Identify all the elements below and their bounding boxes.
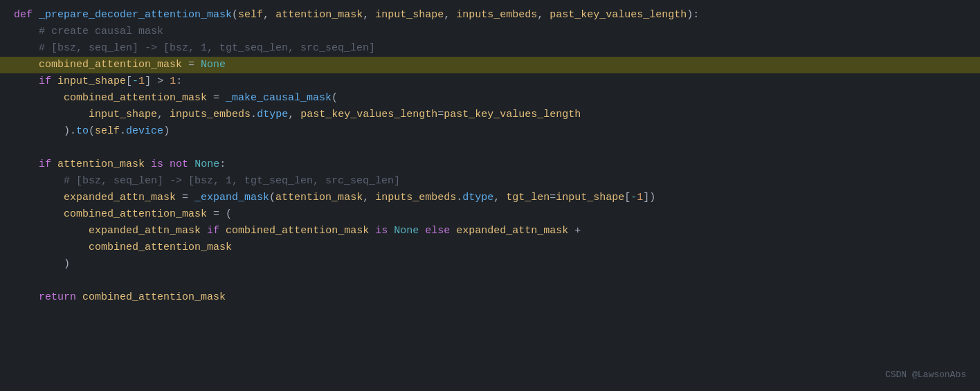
code-line-8: ).to(self.device) xyxy=(0,123,980,140)
watermark: CSDN @LawsonAbs xyxy=(885,368,966,383)
code-editor: def _prepare_decoder_attention_mask(self… xyxy=(0,0,980,391)
code-line-1: def _prepare_decoder_attention_mask(self… xyxy=(0,7,980,24)
code-line-13: combined_attention_mask = ( xyxy=(0,206,980,223)
code-line-2: # create causal mask xyxy=(0,24,980,40)
code-line-18: return combined_attention_mask xyxy=(0,289,980,306)
code-line-17 xyxy=(0,273,980,289)
code-line-16: ) xyxy=(0,256,980,273)
code-line-14: expanded_attn_mask if combined_attention… xyxy=(0,223,980,239)
code-line-12: expanded_attn_mask = _expand_mask(attent… xyxy=(0,190,980,206)
code-line-10: if attention_mask is not None: xyxy=(0,156,980,173)
code-line-7: input_shape, inputs_embeds.dtype, past_k… xyxy=(0,107,980,123)
code-line-5: if input_shape[-1] > 1: xyxy=(0,73,980,90)
code-line-15: combined_attention_mask xyxy=(0,239,980,256)
code-line-6: combined_attention_mask = _make_causal_m… xyxy=(0,90,980,107)
code-line-9 xyxy=(0,140,980,156)
code-line-4: combined_attention_mask = None xyxy=(0,57,980,73)
code-line-11: # [bsz, seq_len] -> [bsz, 1, tgt_seq_len… xyxy=(0,173,980,190)
code-line-3: # [bsz, seq_len] -> [bsz, 1, tgt_seq_len… xyxy=(0,40,980,57)
